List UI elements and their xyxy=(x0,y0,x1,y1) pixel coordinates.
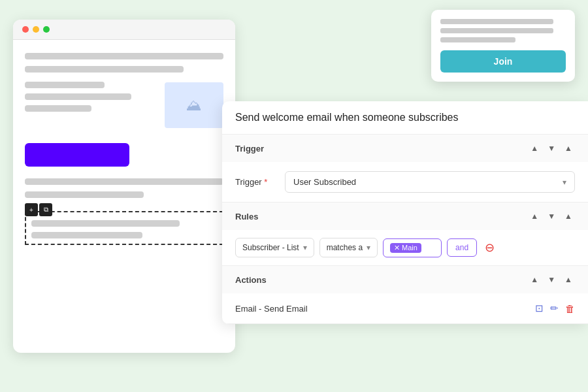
element-tools: + ⧉ xyxy=(25,203,52,216)
placeholder-bar xyxy=(31,220,180,227)
rule-tag-input[interactable]: ✕ Main xyxy=(383,238,442,257)
tag-value: Main xyxy=(402,244,417,252)
rule-field-value: Subscriber - List xyxy=(242,243,299,252)
trigger-down-btn[interactable]: ▼ xyxy=(545,142,558,154)
cta-button[interactable] xyxy=(25,143,129,167)
placeholder-bar xyxy=(25,53,223,59)
placeholder-bar xyxy=(25,93,131,100)
tag-x-icon[interactable]: ✕ xyxy=(394,244,400,252)
trigger-section-label: Trigger xyxy=(235,144,264,154)
chevron-down-icon: ▾ xyxy=(303,243,307,252)
edit-action-icon[interactable]: ✏ xyxy=(550,302,559,314)
required-star: * xyxy=(264,177,267,187)
trigger-value: User Subscribed xyxy=(293,177,356,187)
join-popup: Join xyxy=(431,10,575,82)
actions-down-btn[interactable]: ▼ xyxy=(545,274,558,286)
browser-mockup: ⛰ + ⧉ xyxy=(13,20,235,353)
chevron-down-icon: ▾ xyxy=(367,243,370,252)
actions-section: Actions ▲ ▼ ▲ Email - Send Email ⊡ ✏ 🗑 xyxy=(222,266,588,324)
rules-section-header: Rules ▲ ▼ ▲ xyxy=(222,203,588,230)
action-icons: ⊡ ✏ 🗑 xyxy=(535,302,575,314)
trigger-up-btn[interactable]: ▲ xyxy=(528,142,541,154)
rule-operator-value: matches a xyxy=(327,243,363,252)
copy-tool-icon[interactable]: ⧉ xyxy=(39,203,52,216)
dot-red xyxy=(22,26,29,33)
join-line xyxy=(440,28,553,33)
trigger-section-controls: ▲ ▼ ▲ xyxy=(528,142,575,154)
trigger-field-label: Trigger * xyxy=(235,177,274,187)
dot-green xyxy=(43,26,50,33)
rules-section-controls: ▲ ▼ ▲ xyxy=(528,210,575,222)
chevron-down-icon: ▾ xyxy=(563,178,566,187)
actions-section-label: Actions xyxy=(235,275,267,285)
placeholder-bar xyxy=(25,191,144,198)
browser-content: ⛰ + ⧉ xyxy=(13,40,235,258)
placeholder-bar xyxy=(31,232,142,238)
trigger-row: Trigger * User Subscribed ▾ xyxy=(222,162,588,202)
actions-up-btn[interactable]: ▲ xyxy=(528,274,541,286)
image-icon: ⛰ xyxy=(186,96,202,114)
rule-field-dropdown[interactable]: Subscriber - List ▾ xyxy=(235,238,314,257)
tag-badge: ✕ Main xyxy=(390,243,421,253)
placeholder-bar xyxy=(25,82,105,88)
actions-collapse-btn[interactable]: ▲ xyxy=(562,274,575,286)
join-line xyxy=(440,19,553,24)
delete-action-icon[interactable]: 🗑 xyxy=(565,303,575,314)
action-label: Email - Send Email xyxy=(235,304,308,314)
actions-section-header: Actions ▲ ▼ ▲ xyxy=(222,266,588,293)
action-row: Email - Send Email ⊡ ✏ 🗑 xyxy=(222,293,588,323)
rules-up-btn[interactable]: ▲ xyxy=(528,210,541,222)
automation-panel: Send welcome email when someone subscrib… xyxy=(222,101,588,324)
join-popup-lines xyxy=(440,19,566,42)
preview-action-icon[interactable]: ⊡ xyxy=(535,302,544,314)
trigger-section: Trigger ▲ ▼ ▲ Trigger * User Subscribed … xyxy=(222,135,588,203)
automation-title: Send welcome email when someone subscrib… xyxy=(222,101,588,135)
trigger-section-header: Trigger ▲ ▼ ▲ xyxy=(222,135,588,162)
placeholder-image: ⛰ xyxy=(165,82,223,128)
rules-collapse-btn[interactable]: ▲ xyxy=(562,210,575,222)
bars-group xyxy=(25,79,158,112)
placeholder-bar xyxy=(25,105,91,112)
rules-down-btn[interactable]: ▼ xyxy=(545,210,558,222)
browser-titlebar xyxy=(13,20,235,40)
trigger-collapse-btn[interactable]: ▲ xyxy=(562,142,575,154)
add-tool-icon[interactable]: + xyxy=(25,203,38,216)
join-line xyxy=(440,37,515,42)
actions-section-controls: ▲ ▼ ▲ xyxy=(528,274,575,286)
rule-operator-dropdown[interactable]: matches a ▾ xyxy=(319,238,378,257)
selected-element-box[interactable]: + ⧉ xyxy=(25,211,223,245)
placeholder-bar xyxy=(25,66,184,73)
trigger-dropdown[interactable]: User Subscribed ▾ xyxy=(285,171,575,193)
rules-section: Rules ▲ ▼ ▲ Subscriber - List ▾ matches … xyxy=(222,203,588,266)
rule-row: Subscriber - List ▾ matches a ▾ ✕ Main a… xyxy=(222,230,588,265)
join-button[interactable]: Join xyxy=(440,50,566,73)
remove-rule-button[interactable]: ⊖ xyxy=(482,240,497,255)
rules-section-label: Rules xyxy=(235,212,258,221)
content-row: ⛰ xyxy=(25,79,223,131)
and-button[interactable]: and xyxy=(447,238,477,257)
dot-yellow xyxy=(33,26,39,33)
placeholder-bar xyxy=(25,178,223,185)
